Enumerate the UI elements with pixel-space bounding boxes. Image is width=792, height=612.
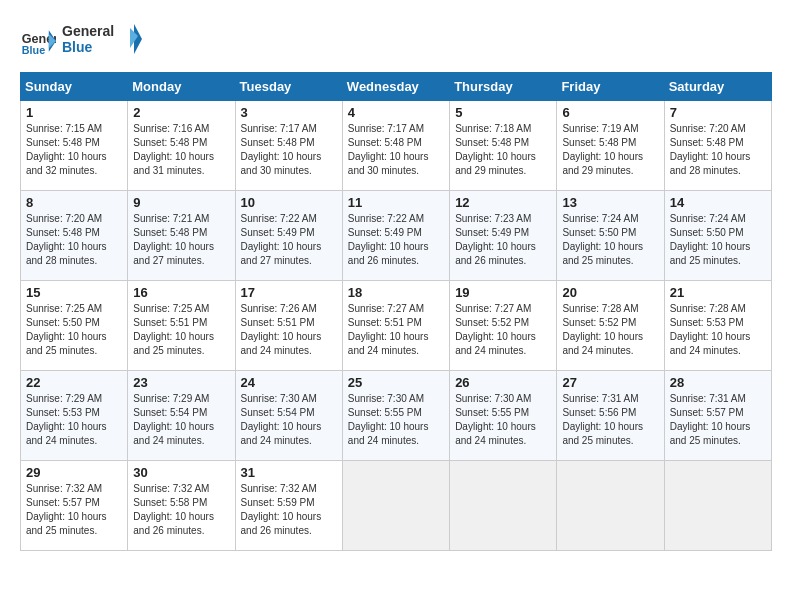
calendar-cell: 7Sunrise: 7:20 AM Sunset: 5:48 PM Daylig… [664,101,771,191]
day-number: 21 [670,285,766,300]
day-info: Sunrise: 7:25 AM Sunset: 5:50 PM Dayligh… [26,302,122,358]
calendar-cell: 2Sunrise: 7:16 AM Sunset: 5:48 PM Daylig… [128,101,235,191]
svg-text:General: General [62,23,114,39]
day-info: Sunrise: 7:20 AM Sunset: 5:48 PM Dayligh… [670,122,766,178]
day-info: Sunrise: 7:20 AM Sunset: 5:48 PM Dayligh… [26,212,122,268]
day-number: 23 [133,375,229,390]
calendar-table: SundayMondayTuesdayWednesdayThursdayFrid… [20,72,772,551]
calendar-cell: 21Sunrise: 7:28 AM Sunset: 5:53 PM Dayli… [664,281,771,371]
day-info: Sunrise: 7:17 AM Sunset: 5:48 PM Dayligh… [348,122,444,178]
day-number: 2 [133,105,229,120]
day-info: Sunrise: 7:25 AM Sunset: 5:51 PM Dayligh… [133,302,229,358]
day-info: Sunrise: 7:32 AM Sunset: 5:59 PM Dayligh… [241,482,337,538]
day-number: 27 [562,375,658,390]
day-info: Sunrise: 7:30 AM Sunset: 5:55 PM Dayligh… [348,392,444,448]
day-number: 15 [26,285,122,300]
day-number: 11 [348,195,444,210]
day-info: Sunrise: 7:30 AM Sunset: 5:54 PM Dayligh… [241,392,337,448]
day-info: Sunrise: 7:31 AM Sunset: 5:57 PM Dayligh… [670,392,766,448]
calendar-cell: 13Sunrise: 7:24 AM Sunset: 5:50 PM Dayli… [557,191,664,281]
calendar-cell: 24Sunrise: 7:30 AM Sunset: 5:54 PM Dayli… [235,371,342,461]
day-info: Sunrise: 7:27 AM Sunset: 5:51 PM Dayligh… [348,302,444,358]
calendar-week-row: 29Sunrise: 7:32 AM Sunset: 5:57 PM Dayli… [21,461,772,551]
day-number: 22 [26,375,122,390]
calendar-cell: 8Sunrise: 7:20 AM Sunset: 5:48 PM Daylig… [21,191,128,281]
day-info: Sunrise: 7:21 AM Sunset: 5:48 PM Dayligh… [133,212,229,268]
calendar-cell: 20Sunrise: 7:28 AM Sunset: 5:52 PM Dayli… [557,281,664,371]
day-number: 6 [562,105,658,120]
logo: General Blue General Blue [20,20,142,62]
calendar-week-row: 8Sunrise: 7:20 AM Sunset: 5:48 PM Daylig… [21,191,772,281]
calendar-cell: 29Sunrise: 7:32 AM Sunset: 5:57 PM Dayli… [21,461,128,551]
logo-svg: General Blue [62,20,142,58]
day-info: Sunrise: 7:29 AM Sunset: 5:54 PM Dayligh… [133,392,229,448]
day-info: Sunrise: 7:28 AM Sunset: 5:52 PM Dayligh… [562,302,658,358]
calendar-cell: 16Sunrise: 7:25 AM Sunset: 5:51 PM Dayli… [128,281,235,371]
calendar-cell: 28Sunrise: 7:31 AM Sunset: 5:57 PM Dayli… [664,371,771,461]
day-of-week-header: Thursday [450,73,557,101]
day-number: 25 [348,375,444,390]
day-number: 10 [241,195,337,210]
day-info: Sunrise: 7:26 AM Sunset: 5:51 PM Dayligh… [241,302,337,358]
day-info: Sunrise: 7:30 AM Sunset: 5:55 PM Dayligh… [455,392,551,448]
calendar-cell [450,461,557,551]
calendar-cell: 15Sunrise: 7:25 AM Sunset: 5:50 PM Dayli… [21,281,128,371]
calendar-week-row: 1Sunrise: 7:15 AM Sunset: 5:48 PM Daylig… [21,101,772,191]
calendar-week-row: 22Sunrise: 7:29 AM Sunset: 5:53 PM Dayli… [21,371,772,461]
day-info: Sunrise: 7:27 AM Sunset: 5:52 PM Dayligh… [455,302,551,358]
day-info: Sunrise: 7:16 AM Sunset: 5:48 PM Dayligh… [133,122,229,178]
day-info: Sunrise: 7:19 AM Sunset: 5:48 PM Dayligh… [562,122,658,178]
calendar-cell: 18Sunrise: 7:27 AM Sunset: 5:51 PM Dayli… [342,281,449,371]
calendar-cell: 1Sunrise: 7:15 AM Sunset: 5:48 PM Daylig… [21,101,128,191]
day-info: Sunrise: 7:29 AM Sunset: 5:53 PM Dayligh… [26,392,122,448]
calendar-header-row: SundayMondayTuesdayWednesdayThursdayFrid… [21,73,772,101]
day-number: 20 [562,285,658,300]
calendar-cell: 5Sunrise: 7:18 AM Sunset: 5:48 PM Daylig… [450,101,557,191]
day-number: 4 [348,105,444,120]
day-of-week-header: Wednesday [342,73,449,101]
calendar-cell: 14Sunrise: 7:24 AM Sunset: 5:50 PM Dayli… [664,191,771,281]
day-number: 7 [670,105,766,120]
page-header: General Blue General Blue [20,20,772,62]
calendar-cell: 17Sunrise: 7:26 AM Sunset: 5:51 PM Dayli… [235,281,342,371]
calendar-cell: 27Sunrise: 7:31 AM Sunset: 5:56 PM Dayli… [557,371,664,461]
day-number: 17 [241,285,337,300]
day-info: Sunrise: 7:22 AM Sunset: 5:49 PM Dayligh… [241,212,337,268]
day-number: 9 [133,195,229,210]
calendar-cell: 25Sunrise: 7:30 AM Sunset: 5:55 PM Dayli… [342,371,449,461]
day-info: Sunrise: 7:17 AM Sunset: 5:48 PM Dayligh… [241,122,337,178]
calendar-cell: 26Sunrise: 7:30 AM Sunset: 5:55 PM Dayli… [450,371,557,461]
calendar-cell: 19Sunrise: 7:27 AM Sunset: 5:52 PM Dayli… [450,281,557,371]
calendar-cell: 10Sunrise: 7:22 AM Sunset: 5:49 PM Dayli… [235,191,342,281]
svg-text:Blue: Blue [62,39,93,55]
calendar-cell [557,461,664,551]
day-of-week-header: Monday [128,73,235,101]
day-of-week-header: Friday [557,73,664,101]
day-number: 19 [455,285,551,300]
day-info: Sunrise: 7:32 AM Sunset: 5:58 PM Dayligh… [133,482,229,538]
day-number: 26 [455,375,551,390]
day-of-week-header: Tuesday [235,73,342,101]
day-number: 31 [241,465,337,480]
logo-icon: General Blue [20,23,56,59]
day-info: Sunrise: 7:22 AM Sunset: 5:49 PM Dayligh… [348,212,444,268]
day-info: Sunrise: 7:28 AM Sunset: 5:53 PM Dayligh… [670,302,766,358]
calendar-cell: 31Sunrise: 7:32 AM Sunset: 5:59 PM Dayli… [235,461,342,551]
calendar-cell: 12Sunrise: 7:23 AM Sunset: 5:49 PM Dayli… [450,191,557,281]
day-info: Sunrise: 7:31 AM Sunset: 5:56 PM Dayligh… [562,392,658,448]
calendar-cell: 9Sunrise: 7:21 AM Sunset: 5:48 PM Daylig… [128,191,235,281]
day-number: 5 [455,105,551,120]
svg-text:Blue: Blue [22,44,45,56]
calendar-cell [664,461,771,551]
day-info: Sunrise: 7:24 AM Sunset: 5:50 PM Dayligh… [670,212,766,268]
day-info: Sunrise: 7:23 AM Sunset: 5:49 PM Dayligh… [455,212,551,268]
calendar-cell: 30Sunrise: 7:32 AM Sunset: 5:58 PM Dayli… [128,461,235,551]
calendar-cell: 23Sunrise: 7:29 AM Sunset: 5:54 PM Dayli… [128,371,235,461]
day-number: 8 [26,195,122,210]
day-info: Sunrise: 7:24 AM Sunset: 5:50 PM Dayligh… [562,212,658,268]
day-info: Sunrise: 7:15 AM Sunset: 5:48 PM Dayligh… [26,122,122,178]
day-of-week-header: Saturday [664,73,771,101]
day-number: 1 [26,105,122,120]
calendar-cell: 22Sunrise: 7:29 AM Sunset: 5:53 PM Dayli… [21,371,128,461]
day-info: Sunrise: 7:18 AM Sunset: 5:48 PM Dayligh… [455,122,551,178]
